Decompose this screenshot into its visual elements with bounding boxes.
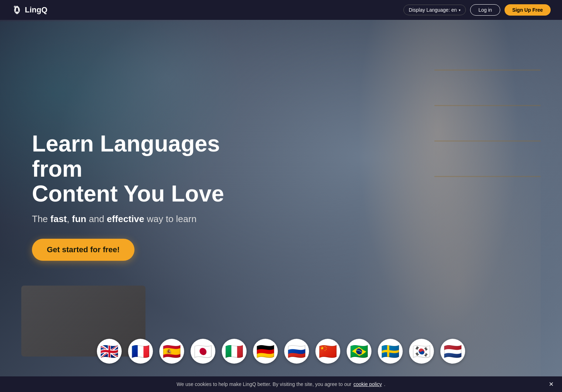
hero-subtitle: The fast, fun and effective way to learn [32, 214, 248, 225]
flag-english[interactable]: 🇬🇧 [97, 339, 122, 364]
flag-portuguese[interactable]: 🇧🇷 [347, 339, 371, 364]
login-button[interactable]: Log in [470, 4, 500, 16]
hero-title: Learn Languages from Content You Love [32, 131, 248, 206]
flag-french[interactable]: 🇫🇷 [128, 339, 153, 364]
flag-russian[interactable]: 🇷🇺 [284, 339, 309, 364]
cookie-close-button[interactable]: × [549, 380, 553, 389]
language-selector[interactable]: Display Language: en ▾ [403, 5, 466, 15]
flag-spanish[interactable]: 🇪🇸 [159, 339, 184, 364]
cookie-policy-link[interactable]: cookie policy [353, 381, 382, 387]
navbar: LingQ Display Language: en ▾ Log in Sign… [0, 0, 562, 20]
flags-row: 🇬🇧🇫🇷🇪🇸🇯🇵🇮🇹🇩🇪🇷🇺🇨🇳🇧🇷🇸🇪🇰🇷🇳🇱 [0, 339, 562, 364]
cookie-text: We use cookies to help make LingQ better… [177, 381, 351, 387]
signup-button[interactable]: Sign Up Free [505, 4, 551, 16]
hero-section: Learn Languages from Content You Love Th… [0, 0, 562, 392]
lingq-logo-icon [11, 4, 23, 16]
svg-point-0 [14, 6, 16, 8]
nav-actions: Display Language: en ▾ Log in Sign Up Fr… [403, 4, 551, 16]
bookshelf [434, 41, 541, 183]
flag-german[interactable]: 🇩🇪 [253, 339, 278, 364]
flag-italian[interactable]: 🇮🇹 [222, 339, 247, 364]
cta-button[interactable]: Get started for free! [32, 239, 134, 261]
hero-person-area [335, 20, 541, 392]
cookie-banner: We use cookies to help make LingQ better… [0, 376, 562, 392]
flag-chinese[interactable]: 🇨🇳 [315, 339, 340, 364]
chevron-down-icon: ▾ [459, 8, 461, 12]
flag-dutch[interactable]: 🇳🇱 [440, 339, 465, 364]
flag-japanese[interactable]: 🇯🇵 [191, 339, 215, 364]
flag-korean[interactable]: 🇰🇷 [409, 339, 434, 364]
logo[interactable]: LingQ [11, 4, 48, 16]
logo-text: LingQ [25, 5, 48, 15]
lang-label: Display Language: en [409, 7, 457, 13]
hero-content: Learn Languages from Content You Love Th… [0, 131, 248, 260]
flag-swedish[interactable]: 🇸🇪 [378, 339, 403, 364]
